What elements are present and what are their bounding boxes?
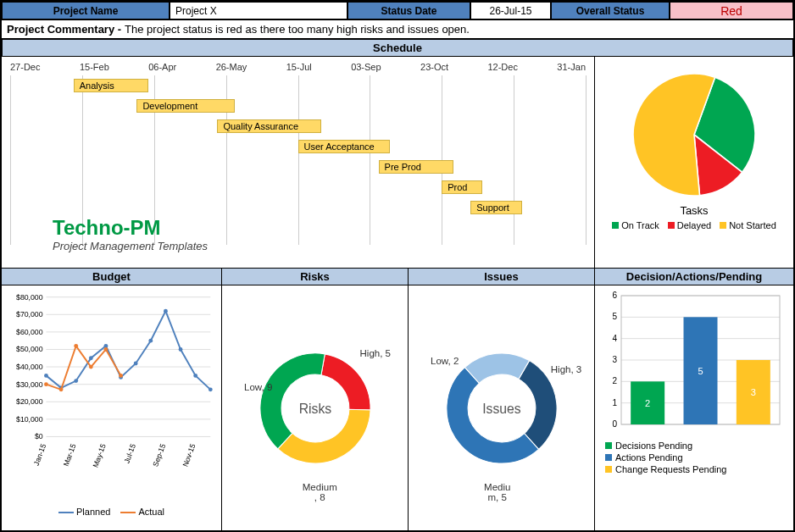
gantt-bar-analysis: Analysis <box>74 79 148 92</box>
svg-text:$50,000: $50,000 <box>16 345 43 353</box>
tasks-pie-chart <box>618 67 770 202</box>
budget-title: Budget <box>2 269 221 285</box>
svg-text:Jul-15: Jul-15 <box>123 442 138 464</box>
status-date-label: Status Date <box>347 2 470 19</box>
gantt-bar-user-acceptance: User Acceptance <box>298 140 391 153</box>
issues-donut: Issues High, 3 Medium, 5 Low, 2 <box>413 298 591 518</box>
issues-high-label: High, 3 <box>550 364 581 374</box>
dap-chart: 0123456253 <box>598 289 788 433</box>
budget-panel: Budget $0$10,000$20,000$30,000$40,000$50… <box>2 269 222 531</box>
commentary-text: The project status is red as there too m… <box>125 23 470 36</box>
svg-text:$60,000: $60,000 <box>16 328 43 336</box>
svg-text:$80,000: $80,000 <box>16 293 43 302</box>
legend-on-track: On Track <box>621 220 659 230</box>
svg-text:5: 5 <box>698 366 703 376</box>
svg-text:0: 0 <box>612 419 617 429</box>
tasks-pie-panel: Tasks On Track Delayed Not Started <box>595 57 793 268</box>
commentary-label: Project Commentary - <box>7 23 121 36</box>
overall-status-value: Red <box>670 2 793 19</box>
gantt-bar-pre-prod: Pre Prod <box>379 160 453 174</box>
issues-center-label: Issues <box>482 402 521 416</box>
svg-text:3: 3 <box>751 387 756 397</box>
risks-center-label: Risks <box>298 402 331 416</box>
dashboard: Project Name Project X Status Date 26-Ju… <box>0 0 795 532</box>
svg-text:$0: $0 <box>35 432 43 441</box>
svg-text:2: 2 <box>612 376 617 385</box>
svg-text:Mar-15: Mar-15 <box>62 442 78 468</box>
risks-title: Risks <box>222 269 408 285</box>
schedule-title: Schedule <box>2 39 793 57</box>
svg-text:Jan-15: Jan-15 <box>32 442 48 467</box>
overall-status-label: Overall Status <box>551 2 670 19</box>
legend-not-started: Not Started <box>729 220 776 230</box>
legend-planned: Planned <box>76 507 110 517</box>
budget-chart: $0$10,000$20,000$30,000$40,000$50,000$60… <box>5 289 219 502</box>
legend-change: Change Requests Pending <box>615 464 726 474</box>
project-name-value: Project X <box>170 2 347 19</box>
bottom-row: Budget $0$10,000$20,000$30,000$40,000$50… <box>2 269 793 531</box>
svg-text:1: 1 <box>612 398 617 407</box>
risks-low-label: Low, 9 <box>244 382 272 392</box>
tasks-legend: On Track Delayed Not Started <box>612 220 776 230</box>
svg-text:6: 6 <box>612 291 617 300</box>
issues-medium-label: Medium, 5 <box>484 482 510 503</box>
gantt-bar-development: Development <box>136 99 234 113</box>
schedule-row: 27-Dec15-Feb06-Apr26-May15-Jul03-Sep23-O… <box>2 57 793 269</box>
commentary: Project Commentary - The project status … <box>2 20 793 39</box>
legend-delayed: Delayed <box>677 220 711 230</box>
svg-text:3: 3 <box>612 355 617 364</box>
issues-title: Issues <box>409 269 594 285</box>
svg-text:2: 2 <box>645 398 650 408</box>
gantt-bar-prod: Prod <box>442 180 482 194</box>
tasks-pie-title: Tasks <box>680 204 708 217</box>
issues-panel: Issues Issues High, 3 Medium, 5 Low, 2 <box>409 269 595 531</box>
watermark-subtitle: Project Management Templates <box>53 240 208 252</box>
svg-text:$10,000: $10,000 <box>16 415 43 424</box>
watermark: Techno-PM Project Management Templates <box>53 216 208 252</box>
legend-decisions: Decisions Pending <box>615 441 692 451</box>
project-name-label: Project Name <box>2 2 170 19</box>
legend-actual: Actual <box>138 507 164 517</box>
svg-text:$30,000: $30,000 <box>16 380 43 389</box>
svg-text:$70,000: $70,000 <box>16 310 43 319</box>
svg-text:Nov-15: Nov-15 <box>181 442 197 468</box>
budget-legend: Planned Actual <box>5 507 218 517</box>
gantt-bar-support: Support <box>470 201 522 214</box>
risks-donut: Risks High, 5 Medium, 8 Low, 9 <box>226 298 404 518</box>
svg-text:$40,000: $40,000 <box>16 363 43 371</box>
watermark-title: Techno-PM <box>53 216 208 240</box>
svg-text:5: 5 <box>612 312 617 321</box>
svg-text:May-15: May-15 <box>91 442 107 468</box>
risks-panel: Risks Risks High, 5 Medium, 8 Low, 9 <box>222 269 409 531</box>
svg-text:$20,000: $20,000 <box>16 397 43 406</box>
svg-text:4: 4 <box>612 334 617 343</box>
header-row: Project Name Project X Status Date 26-Ju… <box>2 2 793 20</box>
gantt-chart: 27-Dec15-Feb06-Apr26-May15-Jul03-Sep23-O… <box>2 57 595 268</box>
status-date-value: 26-Jul-15 <box>470 2 551 19</box>
dap-panel: Decision/Actions/Pending 0123456253 Deci… <box>595 269 793 531</box>
svg-text:Sep-15: Sep-15 <box>151 442 167 468</box>
issues-low-label: Low, 2 <box>431 356 459 366</box>
legend-actions: Actions Pending <box>615 452 683 463</box>
risks-medium-label: Medium, 8 <box>302 482 336 503</box>
gantt-bar-quality-assurance: Quality Assurance <box>217 119 320 133</box>
risks-high-label: High, 5 <box>359 348 391 358</box>
dap-legend: Decisions Pending Actions Pending Change… <box>598 435 790 479</box>
dap-title: Decision/Actions/Pending <box>595 269 793 285</box>
